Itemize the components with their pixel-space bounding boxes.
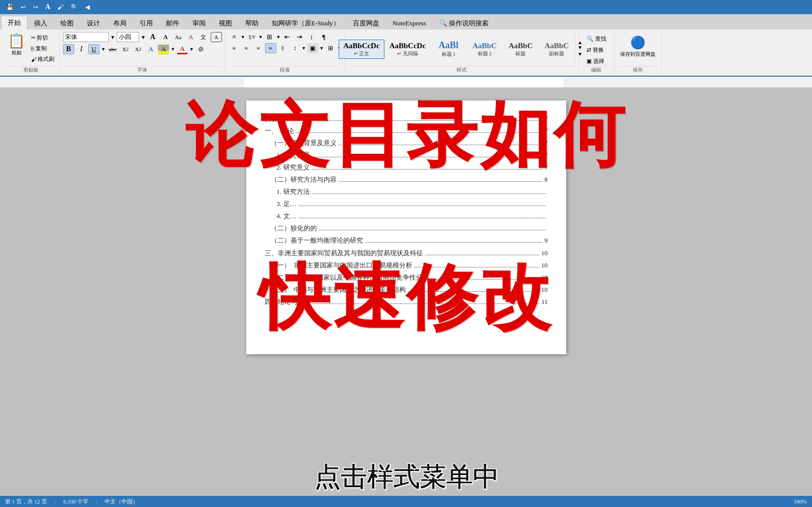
style-heading2[interactable]: AaBbC 标题 2 bbox=[467, 40, 502, 59]
tab-view[interactable]: 视图 bbox=[212, 16, 239, 29]
toc-item: 1. 研究方法 bbox=[265, 186, 548, 198]
tab-help[interactable]: 帮助 bbox=[239, 16, 265, 29]
numbering-button[interactable]: 1≡ bbox=[246, 32, 257, 42]
toc-item: （一） 非洲主要国家与中国进出口贸易规模分析 10 bbox=[265, 259, 548, 272]
borders-button[interactable]: ⊞ bbox=[325, 43, 336, 53]
multilevel-button[interactable]: ⊞ bbox=[264, 32, 275, 42]
paragraph-group: ≡ ▼ 1≡ ▼ ⊞ ▼ ⇤ ⇥ ↕ ¶ ≡ ≡ ≡ ≡ ⫴ ↕ ▼ ▣ ▼ bbox=[225, 30, 345, 75]
tab-layout[interactable]: 布局 bbox=[107, 16, 133, 29]
toc-item: （二）非洲主要国家以及中国各种出口商品竞争性分析 10 bbox=[265, 272, 548, 284]
svg-rect-1 bbox=[244, 77, 564, 88]
align-right-button[interactable]: ≡ bbox=[253, 43, 264, 53]
tab-insert[interactable]: 插入 bbox=[27, 16, 54, 29]
word-count: 6,330 个字 bbox=[63, 498, 89, 505]
format-paint-button[interactable]: 🖌 格式刷 bbox=[29, 54, 56, 64]
subscript-button[interactable]: X2 bbox=[120, 44, 131, 54]
font-pinyin-button[interactable]: 文 bbox=[198, 32, 209, 42]
qa-undo-icon[interactable]: ↩ bbox=[19, 3, 28, 12]
tab-ref[interactable]: 引用 bbox=[133, 16, 159, 29]
justify-button[interactable]: ≡ bbox=[265, 43, 276, 53]
style-heading1[interactable]: AaBl 标题 1 bbox=[431, 39, 466, 60]
paste-button[interactable]: 📋 粘贴 bbox=[5, 32, 28, 58]
font-name-input[interactable] bbox=[63, 32, 109, 42]
font-size-input[interactable] bbox=[117, 32, 139, 42]
tab-search[interactable]: 🔍 操作说明搜索 bbox=[433, 16, 495, 29]
qa-redo-icon[interactable]: ↪ bbox=[31, 3, 40, 12]
numbering-dropdown[interactable]: ▼ bbox=[258, 35, 263, 40]
font-shrink-button[interactable]: A bbox=[160, 32, 171, 42]
find-button[interactable]: 🔍 查找 bbox=[584, 34, 609, 44]
font-size-dropdown-icon[interactable]: ▼ bbox=[141, 35, 146, 40]
zoom-level: 100% bbox=[794, 498, 807, 504]
font-name-dropdown-icon[interactable]: ▼ bbox=[110, 35, 115, 40]
tab-zhiwang[interactable]: 知网研学（原E-Study） bbox=[265, 16, 346, 29]
tab-noteexpress[interactable]: NoteExpress bbox=[386, 16, 433, 29]
sort-button[interactable]: ↕ bbox=[306, 32, 317, 42]
superscript-button[interactable]: X2 bbox=[133, 44, 144, 54]
bold-button[interactable]: B bbox=[63, 44, 74, 54]
page-count: 第 1 页，共 12 页 bbox=[5, 498, 47, 505]
language: 中文（中国） bbox=[105, 498, 138, 505]
toc-item: 摘要 7 bbox=[265, 113, 548, 125]
style-title[interactable]: AaBbC 标题 bbox=[503, 40, 538, 59]
replace-button[interactable]: ⇄ 替换 bbox=[584, 45, 606, 55]
clear-format-button[interactable]: ⊘ bbox=[196, 44, 207, 54]
increase-indent-button[interactable]: ⇥ bbox=[294, 32, 305, 42]
line-spacing-dropdown[interactable]: ▼ bbox=[302, 46, 306, 51]
font-group: ▼ ▼ A A Aa A 文 A B I U ▼ abc X2 X2 A A ▼ bbox=[60, 30, 225, 75]
align-center-button[interactable]: ≡ bbox=[241, 43, 252, 53]
font-border-button[interactable]: A bbox=[211, 32, 222, 42]
toc-container: 摘要 7 一、 绪论 7 （一）研究背景及意义 7 1. 研究背景 7 2. 研… bbox=[265, 113, 548, 308]
italic-button[interactable]: I bbox=[76, 44, 87, 54]
highlight-button[interactable]: A bbox=[158, 44, 169, 54]
toc-item: （二）较化的的 bbox=[265, 222, 548, 234]
tab-design[interactable]: 设计 bbox=[80, 16, 107, 29]
strikethrough-button[interactable]: abc bbox=[107, 44, 118, 54]
document-page: 摘要 7 一、 绪论 7 （一）研究背景及意义 7 1. 研究背景 7 2. 研… bbox=[246, 100, 566, 354]
editing-group: 🔍 查找 ⇄ 替换 ▣ 选择 编辑 bbox=[579, 30, 614, 75]
tab-draw[interactable]: 绘图 bbox=[54, 16, 80, 29]
qa-brush-icon[interactable]: 🖌 bbox=[55, 3, 66, 12]
style-normal[interactable]: AaBbCcDc ↵ 正文 bbox=[339, 40, 384, 59]
qa-a-icon[interactable]: A bbox=[43, 2, 52, 12]
qa-arrow-icon[interactable]: ◀ bbox=[83, 3, 92, 12]
text-effect-button[interactable]: A bbox=[145, 44, 156, 54]
font-grow-button[interactable]: A bbox=[147, 32, 158, 42]
select-button[interactable]: ▣ 选择 bbox=[584, 56, 607, 66]
shading-dropdown[interactable]: ▼ bbox=[319, 46, 324, 51]
bullets-dropdown[interactable]: ▼ bbox=[241, 35, 245, 40]
multilevel-dropdown[interactable]: ▼ bbox=[276, 35, 281, 40]
toc-item: （二）研究方法与内容 8 bbox=[265, 174, 548, 186]
font-color-dropdown-icon[interactable]: ▼ bbox=[189, 47, 194, 52]
underline-dropdown-icon[interactable]: ▼ bbox=[101, 47, 106, 52]
highlight-dropdown-icon[interactable]: ▼ bbox=[171, 47, 175, 52]
toc-item: 4. 文… bbox=[265, 210, 548, 222]
styles-group: AaBbCcDc ↵ 正文 AaBbCcDc ↵ 无间隔 AaBl 标题 1 A… bbox=[345, 30, 579, 75]
font-color-button[interactable]: A bbox=[177, 44, 188, 54]
style-subtitle[interactable]: AaBbC 副标题 bbox=[539, 40, 574, 59]
bullets-button[interactable]: ≡ bbox=[229, 32, 240, 42]
shading-button[interactable]: ▣ bbox=[307, 43, 318, 53]
tab-mail[interactable]: 邮件 bbox=[159, 16, 186, 29]
copy-button[interactable]: ⎘ 复制 bbox=[29, 44, 56, 53]
tab-review[interactable]: 审阅 bbox=[186, 16, 212, 29]
toc-item: （三） 中国与非洲主要国家之间进口关税结构 10 bbox=[265, 284, 548, 296]
qa-search-icon[interactable]: 🔍 bbox=[69, 3, 80, 12]
cut-button[interactable]: ✂ 剪切 bbox=[29, 33, 56, 43]
toc-item: 2. 研究意义 7 bbox=[265, 161, 548, 174]
save-to-baidu-button[interactable]: 🔵 保存到百度网盘 bbox=[618, 34, 658, 59]
align-left-button[interactable]: ≡ bbox=[229, 43, 240, 53]
decrease-indent-button[interactable]: ⇤ bbox=[282, 32, 293, 42]
show-hide-button[interactable]: ¶ bbox=[318, 32, 330, 42]
tab-start[interactable]: 开始 bbox=[1, 16, 27, 30]
qa-save-icon[interactable]: 💾 bbox=[4, 3, 16, 12]
toc-item: 四、结论与对策 11 bbox=[265, 296, 548, 308]
style-no-spacing[interactable]: AaBbCcDc ↵ 无间隔 bbox=[385, 40, 431, 59]
toc-item: 一、 绪论 7 bbox=[265, 125, 548, 137]
underline-button[interactable]: U bbox=[88, 44, 100, 54]
columns-button[interactable]: ⫴ bbox=[277, 43, 288, 53]
font-clear-button[interactable]: A bbox=[185, 32, 197, 42]
line-spacing-button[interactable]: ↕ bbox=[289, 43, 301, 53]
font-case-button[interactable]: Aa bbox=[173, 32, 184, 42]
tab-baidu[interactable]: 百度网盘 bbox=[346, 16, 386, 29]
